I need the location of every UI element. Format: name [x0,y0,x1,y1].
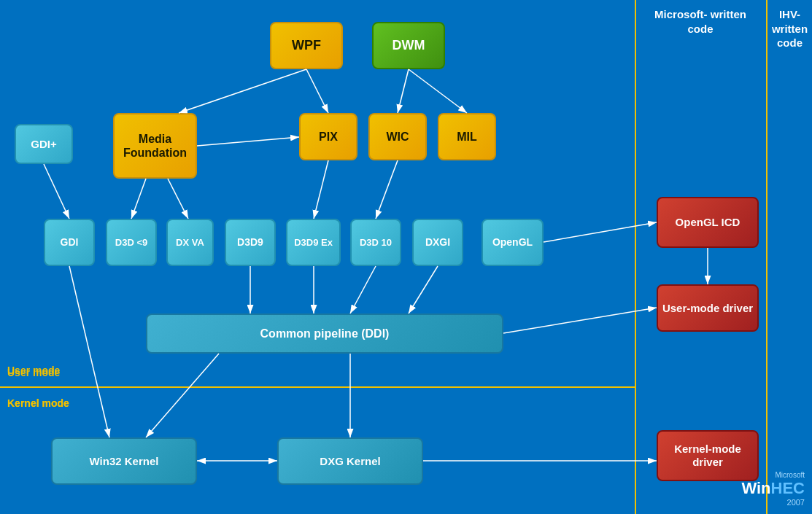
winhec-logo: WinHEC [741,479,805,498]
svg-line-15 [350,266,376,314]
wpf-box: WPF [270,22,343,69]
svg-line-17 [146,354,219,437]
dxgi-box: DXGI [412,219,463,266]
kernel-mode-label: Kernel mode [7,397,69,409]
svg-line-24 [503,308,657,333]
dxg-kernel-box: DXG Kernel [277,437,423,485]
winhec-year: 2007 [741,498,805,507]
svg-line-4 [179,69,306,113]
winhec-microsoft: Microsoft [741,471,805,479]
mode-divider [0,386,635,388]
common-pipeline-box: Common pipeline (DDI) [146,314,503,354]
svg-line-11 [376,160,398,219]
svg-line-16 [409,266,438,314]
svg-line-12 [44,164,69,219]
user-mode-driver-box: User-mode driver [657,284,759,332]
dwm-box: DWM [372,22,445,69]
svg-line-7 [398,69,409,113]
svg-line-22 [544,222,657,242]
ihv-divider [766,0,767,514]
media-foundation-box: Media Foundation [113,113,197,179]
ms-header: Microsoft- written code [642,7,759,36]
winhec-branding: Microsoft WinHEC 2007 [741,471,805,507]
opengl-icd-box: OpenGL ICD [657,197,759,248]
wic-box: WIC [368,113,427,160]
svg-line-10 [314,160,328,219]
gdi-plus-box: GDI+ [15,124,73,164]
user-mode-label: User mode [7,367,60,378]
svg-line-9 [168,179,188,219]
mil-box: MIL [438,113,496,160]
d3d9-box: D3D9 [225,219,276,266]
ms-divider [635,0,636,514]
svg-line-8 [131,179,146,219]
d3d9ex-box: D3D9 Ex [286,219,341,266]
win32-kernel-box: Win32 Kernel [51,437,197,485]
svg-line-5 [306,69,328,113]
pix-box: PIX [299,113,357,160]
opengl-box: OpenGL [482,219,544,266]
ihv-header: IHV- written code [770,7,810,50]
svg-line-19 [69,266,109,437]
d3d-lt9-box: D3D <9 [106,219,157,266]
gdi-box: GDI [44,219,95,266]
svg-line-6 [409,69,467,113]
d3d10-box: D3D 10 [350,219,401,266]
svg-line-25 [197,137,299,146]
dxva-box: DX VA [166,219,214,266]
